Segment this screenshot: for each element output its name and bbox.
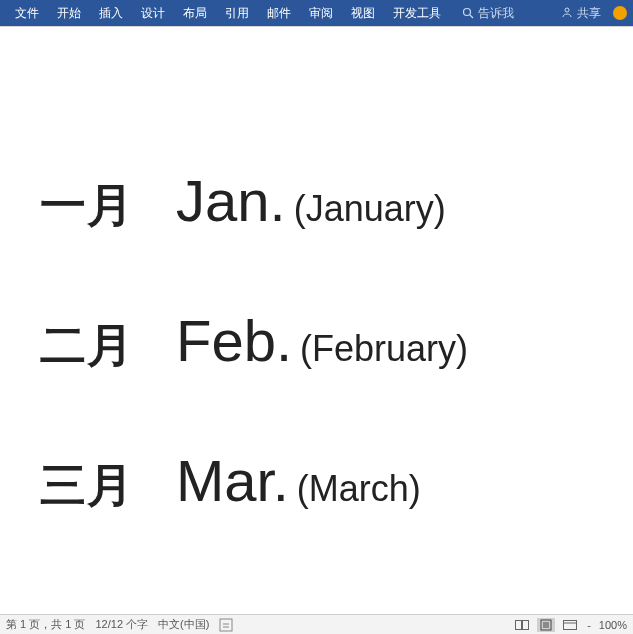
view-controls: - 100% (513, 618, 627, 632)
tab-references[interactable]: 引用 (216, 0, 258, 26)
month-full: (March) (297, 468, 421, 510)
svg-rect-5 (523, 620, 529, 629)
user-avatar[interactable] (613, 6, 627, 20)
month-full: (February) (300, 328, 468, 370)
svg-point-0 (464, 9, 471, 16)
tab-review[interactable]: 审阅 (300, 0, 342, 26)
share-label: 共享 (577, 5, 601, 22)
page-content: 一月 Jan. (January) 二月 Feb. (February) 三月 … (0, 27, 633, 614)
svg-point-2 (565, 8, 569, 12)
svg-rect-4 (516, 620, 522, 629)
search-icon (462, 7, 474, 19)
zoom-level[interactable]: 100% (599, 619, 627, 631)
status-page[interactable]: 第 1 页，共 1 页 (6, 617, 85, 632)
svg-line-1 (470, 15, 473, 18)
tab-home[interactable]: 开始 (48, 0, 90, 26)
tellme-search[interactable]: 告诉我 (456, 5, 520, 22)
month-abbr: Jan. (176, 167, 286, 234)
month-cn: 二月 (40, 315, 160, 377)
view-web-icon[interactable] (561, 618, 579, 632)
ribbon-tabs-bar: 文件 开始 插入 设计 布局 引用 邮件 审阅 视图 开发工具 告诉我 共享 (0, 0, 633, 26)
month-cn: 一月 (40, 175, 160, 237)
tab-developer[interactable]: 开发工具 (384, 0, 450, 26)
status-wordcount[interactable]: 12/12 个字 (95, 617, 148, 632)
tab-view[interactable]: 视图 (342, 0, 384, 26)
list-item: 一月 Jan. (January) (40, 167, 603, 237)
tab-insert[interactable]: 插入 (90, 0, 132, 26)
tab-design[interactable]: 设计 (132, 0, 174, 26)
share-button[interactable]: 共享 (555, 5, 607, 22)
view-print-icon[interactable] (537, 618, 555, 632)
share-icon (561, 6, 573, 21)
tellme-label: 告诉我 (478, 5, 514, 22)
tab-file[interactable]: 文件 (6, 0, 48, 26)
list-item: 三月 Mar. (March) (40, 447, 603, 517)
list-item: 二月 Feb. (February) (40, 307, 603, 377)
month-cn: 三月 (40, 455, 160, 517)
status-language[interactable]: 中文(中国) (158, 617, 209, 632)
svg-rect-10 (564, 620, 577, 629)
tab-mailings[interactable]: 邮件 (258, 0, 300, 26)
autosave-icon[interactable] (219, 618, 233, 632)
tab-layout[interactable]: 布局 (174, 0, 216, 26)
zoom-out-button[interactable]: - (585, 619, 593, 631)
document-canvas[interactable]: 一月 Jan. (January) 二月 Feb. (February) 三月 … (0, 26, 633, 614)
month-full: (January) (294, 188, 446, 230)
status-bar: 第 1 页，共 1 页 12/12 个字 中文(中国) - 100% (0, 614, 633, 634)
month-abbr: Mar. (176, 447, 289, 514)
view-read-icon[interactable] (513, 618, 531, 632)
svg-rect-3 (220, 619, 232, 631)
month-abbr: Feb. (176, 307, 292, 374)
